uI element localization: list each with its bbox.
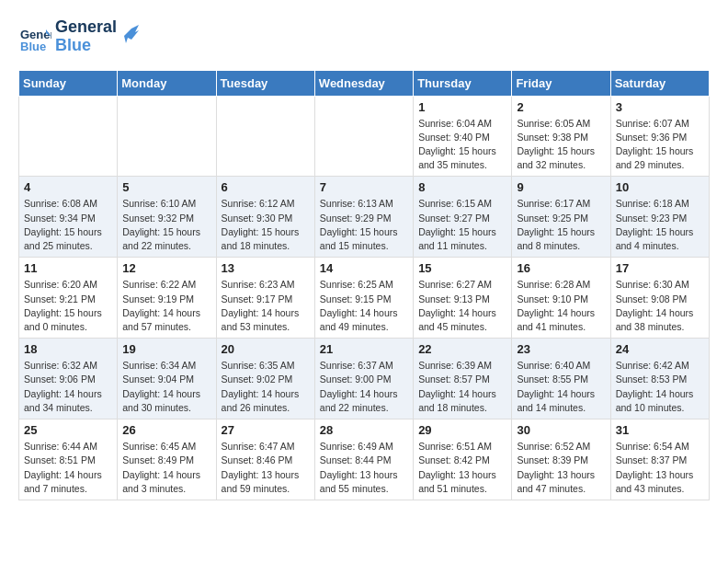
day-number: 10 bbox=[616, 180, 704, 194]
logo-icon: General Blue bbox=[18, 20, 51, 53]
day-info: Sunrise: 6:52 AM Sunset: 8:39 PM Dayligh… bbox=[517, 440, 605, 496]
day-number: 3 bbox=[616, 100, 704, 114]
calendar-cell bbox=[19, 96, 118, 177]
day-number: 26 bbox=[122, 423, 210, 437]
calendar-cell: 17Sunrise: 6:30 AM Sunset: 9:08 PM Dayli… bbox=[610, 258, 709, 339]
calendar-cell bbox=[314, 96, 413, 177]
calendar-cell: 26Sunrise: 6:45 AM Sunset: 8:49 PM Dayli… bbox=[118, 419, 216, 500]
day-info: Sunrise: 6:12 AM Sunset: 9:30 PM Dayligh… bbox=[222, 197, 310, 253]
day-info: Sunrise: 6:34 AM Sunset: 9:04 PM Dayligh… bbox=[122, 359, 210, 415]
calendar-cell: 12Sunrise: 6:22 AM Sunset: 9:19 PM Dayli… bbox=[118, 258, 216, 339]
calendar-cell: 1Sunrise: 6:04 AM Sunset: 9:40 PM Daylig… bbox=[414, 96, 512, 177]
logo-blue: Blue bbox=[55, 37, 117, 55]
day-info: Sunrise: 6:30 AM Sunset: 9:08 PM Dayligh… bbox=[616, 278, 704, 334]
calendar-header-row: SundayMondayTuesdayWednesdayThursdayFrid… bbox=[19, 70, 710, 96]
calendar-week-row: 25Sunrise: 6:44 AM Sunset: 8:51 PM Dayli… bbox=[19, 419, 710, 500]
day-info: Sunrise: 6:35 AM Sunset: 9:02 PM Dayligh… bbox=[222, 359, 310, 415]
day-number: 16 bbox=[517, 261, 605, 275]
day-info: Sunrise: 6:13 AM Sunset: 9:29 PM Dayligh… bbox=[320, 197, 408, 253]
day-info: Sunrise: 6:07 AM Sunset: 9:36 PM Dayligh… bbox=[616, 117, 704, 173]
calendar-cell: 2Sunrise: 6:05 AM Sunset: 9:38 PM Daylig… bbox=[512, 96, 610, 177]
weekday-header-sunday: Sunday bbox=[19, 70, 118, 96]
calendar-cell: 27Sunrise: 6:47 AM Sunset: 8:46 PM Dayli… bbox=[216, 419, 314, 500]
day-number: 14 bbox=[320, 261, 408, 275]
logo-bird-icon bbox=[119, 23, 139, 43]
day-info: Sunrise: 6:42 AM Sunset: 8:53 PM Dayligh… bbox=[616, 359, 704, 415]
weekday-header-saturday: Saturday bbox=[610, 70, 709, 96]
logo: General Blue General Blue bbox=[18, 18, 139, 55]
svg-marker-4 bbox=[124, 25, 139, 43]
calendar-cell: 9Sunrise: 6:17 AM Sunset: 9:25 PM Daylig… bbox=[512, 177, 610, 258]
day-number: 12 bbox=[122, 261, 210, 275]
day-number: 8 bbox=[418, 180, 506, 194]
calendar-cell: 20Sunrise: 6:35 AM Sunset: 9:02 PM Dayli… bbox=[216, 339, 314, 419]
day-info: Sunrise: 6:40 AM Sunset: 8:55 PM Dayligh… bbox=[517, 359, 605, 415]
calendar-table: SundayMondayTuesdayWednesdayThursdayFrid… bbox=[18, 70, 710, 500]
day-info: Sunrise: 6:25 AM Sunset: 9:15 PM Dayligh… bbox=[320, 278, 408, 334]
day-info: Sunrise: 6:32 AM Sunset: 9:06 PM Dayligh… bbox=[24, 359, 112, 415]
weekday-header-monday: Monday bbox=[118, 70, 216, 96]
page-header: General Blue General Blue bbox=[18, 18, 710, 55]
day-info: Sunrise: 6:17 AM Sunset: 9:25 PM Dayligh… bbox=[517, 197, 605, 253]
calendar-cell: 8Sunrise: 6:15 AM Sunset: 9:27 PM Daylig… bbox=[414, 177, 512, 258]
day-number: 13 bbox=[222, 261, 310, 275]
calendar-cell: 21Sunrise: 6:37 AM Sunset: 9:00 PM Dayli… bbox=[314, 339, 413, 419]
calendar-week-row: 1Sunrise: 6:04 AM Sunset: 9:40 PM Daylig… bbox=[19, 96, 710, 177]
calendar-cell: 30Sunrise: 6:52 AM Sunset: 8:39 PM Dayli… bbox=[512, 419, 610, 500]
weekday-header-wednesday: Wednesday bbox=[314, 70, 413, 96]
calendar-cell: 7Sunrise: 6:13 AM Sunset: 9:29 PM Daylig… bbox=[314, 177, 413, 258]
day-info: Sunrise: 6:39 AM Sunset: 8:57 PM Dayligh… bbox=[418, 359, 506, 415]
weekday-header-friday: Friday bbox=[512, 70, 610, 96]
day-info: Sunrise: 6:05 AM Sunset: 9:38 PM Dayligh… bbox=[517, 117, 605, 173]
day-number: 23 bbox=[517, 342, 605, 356]
day-number: 4 bbox=[24, 180, 112, 194]
calendar-week-row: 4Sunrise: 6:08 AM Sunset: 9:34 PM Daylig… bbox=[19, 177, 710, 258]
day-number: 20 bbox=[222, 342, 310, 356]
calendar-cell: 28Sunrise: 6:49 AM Sunset: 8:44 PM Dayli… bbox=[314, 419, 413, 500]
calendar-cell: 5Sunrise: 6:10 AM Sunset: 9:32 PM Daylig… bbox=[118, 177, 216, 258]
day-number: 24 bbox=[616, 342, 704, 356]
day-info: Sunrise: 6:18 AM Sunset: 9:23 PM Dayligh… bbox=[616, 197, 704, 253]
day-info: Sunrise: 6:15 AM Sunset: 9:27 PM Dayligh… bbox=[418, 197, 506, 253]
day-number: 15 bbox=[418, 261, 506, 275]
day-number: 27 bbox=[222, 423, 310, 437]
calendar-cell: 14Sunrise: 6:25 AM Sunset: 9:15 PM Dayli… bbox=[314, 258, 413, 339]
day-info: Sunrise: 6:45 AM Sunset: 8:49 PM Dayligh… bbox=[122, 440, 210, 496]
calendar-cell bbox=[118, 96, 216, 177]
logo-general: General bbox=[55, 18, 117, 37]
day-number: 28 bbox=[320, 423, 408, 437]
calendar-cell: 6Sunrise: 6:12 AM Sunset: 9:30 PM Daylig… bbox=[216, 177, 314, 258]
calendar-cell: 13Sunrise: 6:23 AM Sunset: 9:17 PM Dayli… bbox=[216, 258, 314, 339]
svg-text:Blue: Blue bbox=[20, 40, 46, 53]
calendar-cell: 18Sunrise: 6:32 AM Sunset: 9:06 PM Dayli… bbox=[19, 339, 118, 419]
day-number: 30 bbox=[517, 423, 605, 437]
calendar-cell: 22Sunrise: 6:39 AM Sunset: 8:57 PM Dayli… bbox=[414, 339, 512, 419]
calendar-cell: 25Sunrise: 6:44 AM Sunset: 8:51 PM Dayli… bbox=[19, 419, 118, 500]
day-number: 21 bbox=[320, 342, 408, 356]
day-info: Sunrise: 6:44 AM Sunset: 8:51 PM Dayligh… bbox=[24, 440, 112, 496]
calendar-week-row: 11Sunrise: 6:20 AM Sunset: 9:21 PM Dayli… bbox=[19, 258, 710, 339]
day-number: 25 bbox=[24, 423, 112, 437]
day-info: Sunrise: 6:20 AM Sunset: 9:21 PM Dayligh… bbox=[24, 278, 112, 334]
day-number: 6 bbox=[222, 180, 310, 194]
day-info: Sunrise: 6:47 AM Sunset: 8:46 PM Dayligh… bbox=[222, 440, 310, 496]
calendar-cell: 4Sunrise: 6:08 AM Sunset: 9:34 PM Daylig… bbox=[19, 177, 118, 258]
day-info: Sunrise: 6:27 AM Sunset: 9:13 PM Dayligh… bbox=[418, 278, 506, 334]
calendar-cell: 11Sunrise: 6:20 AM Sunset: 9:21 PM Dayli… bbox=[19, 258, 118, 339]
day-info: Sunrise: 6:22 AM Sunset: 9:19 PM Dayligh… bbox=[122, 278, 210, 334]
calendar-cell bbox=[216, 96, 314, 177]
day-info: Sunrise: 6:51 AM Sunset: 8:42 PM Dayligh… bbox=[418, 440, 506, 496]
day-number: 19 bbox=[122, 342, 210, 356]
day-info: Sunrise: 6:08 AM Sunset: 9:34 PM Dayligh… bbox=[24, 197, 112, 253]
weekday-header-tuesday: Tuesday bbox=[216, 70, 314, 96]
calendar-week-row: 18Sunrise: 6:32 AM Sunset: 9:06 PM Dayli… bbox=[19, 339, 710, 419]
day-number: 29 bbox=[418, 423, 506, 437]
day-info: Sunrise: 6:49 AM Sunset: 8:44 PM Dayligh… bbox=[320, 440, 408, 496]
calendar-cell: 3Sunrise: 6:07 AM Sunset: 9:36 PM Daylig… bbox=[610, 96, 709, 177]
day-number: 17 bbox=[616, 261, 704, 275]
day-info: Sunrise: 6:10 AM Sunset: 9:32 PM Dayligh… bbox=[122, 197, 210, 253]
day-info: Sunrise: 6:37 AM Sunset: 9:00 PM Dayligh… bbox=[320, 359, 408, 415]
calendar-cell: 16Sunrise: 6:28 AM Sunset: 9:10 PM Dayli… bbox=[512, 258, 610, 339]
day-number: 5 bbox=[122, 180, 210, 194]
calendar-cell: 31Sunrise: 6:54 AM Sunset: 8:37 PM Dayli… bbox=[610, 419, 709, 500]
